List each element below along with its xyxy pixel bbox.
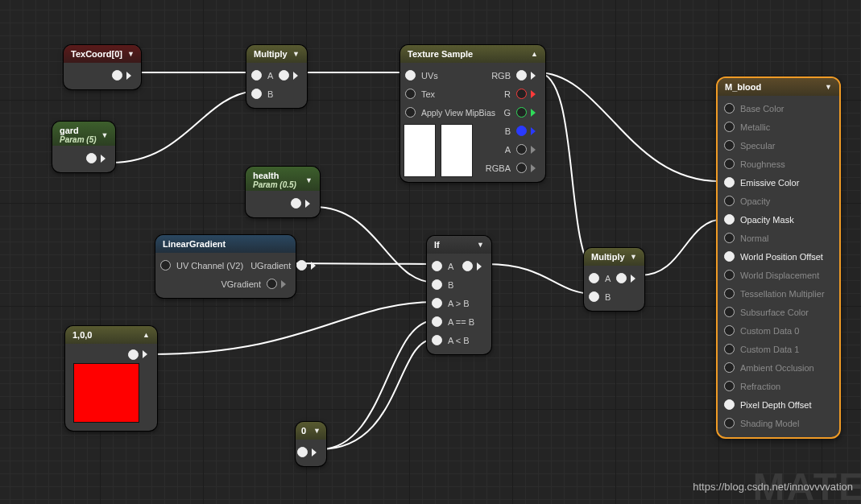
- input-pin[interactable]: [724, 177, 735, 188]
- output-pin[interactable]: [297, 447, 308, 457]
- output-pin[interactable]: [616, 273, 627, 283]
- input-pin[interactable]: [432, 261, 442, 271]
- output-pin[interactable]: [279, 70, 289, 81]
- result-input-specular[interactable]: Specular: [721, 136, 836, 155]
- output-pin[interactable]: [462, 261, 473, 271]
- result-input-base-color[interactable]: Base Color: [721, 99, 836, 118]
- row-agtb[interactable]: A > B: [432, 294, 486, 312]
- result-input-normal[interactable]: Normal: [721, 229, 836, 247]
- output-pin-rgba[interactable]: [516, 163, 527, 173]
- node-texcoord[interactable]: TexCoord[0]▼: [64, 45, 141, 89]
- input-pin[interactable]: [724, 233, 735, 243]
- result-input-shading-model[interactable]: Shading Model: [721, 414, 836, 432]
- result-input-ambient-occlusion[interactable]: Ambient Occlusion: [721, 358, 836, 377]
- node-lineargradient[interactable]: LinearGradient UV Channel (V2)UGradient …: [155, 235, 296, 298]
- result-input-emissive-color[interactable]: Emissive Color: [721, 173, 836, 192]
- chevron-down-icon[interactable]: ▼: [313, 427, 321, 435]
- row-a[interactable]: A: [432, 257, 486, 275]
- input-pin[interactable]: [160, 260, 171, 271]
- input-pin[interactable]: [724, 159, 735, 169]
- output-pin-g[interactable]: [516, 107, 527, 118]
- output-pin[interactable]: [296, 260, 307, 271]
- output-pin[interactable]: [267, 279, 277, 289]
- input-pin[interactable]: [724, 362, 735, 373]
- node-gard[interactable]: gardParam (5)▼: [52, 122, 115, 172]
- row-aeqb[interactable]: A == B: [432, 312, 486, 331]
- input-pin[interactable]: [405, 107, 416, 118]
- result-input-custom-data-0[interactable]: Custom Data 0: [721, 321, 836, 340]
- input-pin[interactable]: [589, 291, 599, 302]
- output-pin[interactable]: [291, 198, 301, 209]
- node-const-0[interactable]: 0▼: [296, 422, 326, 466]
- input-pin[interactable]: [589, 273, 599, 283]
- result-input-metallic[interactable]: Metallic: [721, 118, 836, 136]
- result-input-custom-data-1[interactable]: Custom Data 1: [721, 340, 836, 358]
- output-pin-a[interactable]: [516, 144, 527, 155]
- input-pin[interactable]: [724, 214, 735, 225]
- node-multiply-1[interactable]: Multiply▼ A B: [246, 45, 307, 108]
- row-b[interactable]: B: [432, 275, 486, 294]
- input-pin[interactable]: [724, 399, 735, 410]
- node-texturesample[interactable]: Texture Sample▲ UVsRGB TexR Apply View M…: [400, 45, 545, 182]
- input-pin[interactable]: [724, 122, 735, 132]
- row-uvs[interactable]: UVsRGB: [405, 66, 540, 85]
- input-pin[interactable]: [724, 103, 735, 114]
- chevron-down-icon[interactable]: ▼: [825, 83, 832, 91]
- output-pin-rgb[interactable]: [516, 70, 527, 81]
- input-pin[interactable]: [724, 196, 735, 206]
- chevron-down-icon[interactable]: ▼: [127, 50, 135, 58]
- material-graph-canvas[interactable]: TexCoord[0]▼ gardParam (5)▼ Multiply▼ A …: [0, 0, 861, 504]
- output-pin-r[interactable]: [516, 89, 527, 99]
- result-input-opacity-mask[interactable]: Opacity Mask: [721, 210, 836, 229]
- row-mipbias[interactable]: Apply View MipBiasG: [405, 103, 540, 122]
- input-pin[interactable]: [724, 344, 735, 354]
- output-pin[interactable]: [86, 153, 97, 163]
- result-input-refraction[interactable]: Refraction: [721, 377, 836, 395]
- input-pin[interactable]: [432, 298, 442, 308]
- chevron-up-icon[interactable]: ▲: [531, 50, 538, 58]
- node-if[interactable]: If▼ A B A > B A == B A < B: [427, 236, 491, 354]
- input-row-a[interactable]: A: [251, 66, 302, 85]
- input-pin[interactable]: [405, 70, 416, 81]
- input-pin[interactable]: [405, 89, 416, 99]
- chevron-down-icon[interactable]: ▼: [477, 241, 484, 249]
- input-row-b[interactable]: B: [251, 85, 302, 103]
- input-pin[interactable]: [724, 307, 735, 317]
- input-pin[interactable]: [251, 89, 262, 99]
- row-ugradient[interactable]: UV Channel (V2)UGradient: [160, 256, 291, 275]
- chevron-down-icon[interactable]: ▼: [630, 253, 637, 261]
- material-result-node[interactable]: M_blood▼ Base ColorMetallicSpecularRough…: [716, 76, 841, 439]
- result-input-pixel-depth-offset[interactable]: Pixel Depth Offset: [721, 395, 836, 414]
- input-pin[interactable]: [724, 418, 735, 428]
- input-pin[interactable]: [432, 316, 442, 327]
- chevron-down-icon[interactable]: ▼: [101, 131, 109, 139]
- row-vgradient[interactable]: VGradient: [160, 275, 291, 293]
- node-const-100[interactable]: 1,0,0▲: [65, 326, 157, 431]
- result-input-tessellation-multiplier[interactable]: Tessellation Multiplier: [721, 284, 836, 303]
- chevron-up-icon[interactable]: ▲: [143, 331, 150, 339]
- chevron-down-icon[interactable]: ▼: [305, 176, 313, 184]
- output-pin[interactable]: [128, 349, 139, 360]
- output-pin-b[interactable]: [516, 126, 527, 136]
- result-input-world-displacement[interactable]: World Displacement: [721, 266, 836, 284]
- chevron-down-icon[interactable]: ▼: [292, 50, 300, 58]
- output-pin[interactable]: [112, 70, 122, 81]
- input-pin[interactable]: [432, 279, 442, 290]
- node-multiply-2[interactable]: Multiply▼ A B: [584, 248, 644, 311]
- input-row-b[interactable]: B: [589, 287, 640, 306]
- input-pin[interactable]: [724, 381, 735, 391]
- input-pin[interactable]: [724, 288, 735, 299]
- result-input-roughness[interactable]: Roughness: [721, 155, 836, 173]
- input-row-a[interactable]: A: [589, 269, 640, 287]
- node-health[interactable]: healthParam (0.5)▼: [246, 167, 320, 217]
- result-input-opacity[interactable]: Opacity: [721, 192, 836, 210]
- input-pin[interactable]: [724, 140, 735, 151]
- input-pin[interactable]: [251, 70, 262, 81]
- input-pin[interactable]: [724, 325, 735, 336]
- result-input-world-position-offset[interactable]: World Position Offset: [721, 247, 836, 266]
- input-pin[interactable]: [432, 335, 442, 345]
- input-pin[interactable]: [724, 270, 735, 280]
- result-input-subsurface-color[interactable]: Subsurface Color: [721, 303, 836, 321]
- row-tex[interactable]: TexR: [405, 85, 540, 103]
- input-pin[interactable]: [724, 251, 735, 262]
